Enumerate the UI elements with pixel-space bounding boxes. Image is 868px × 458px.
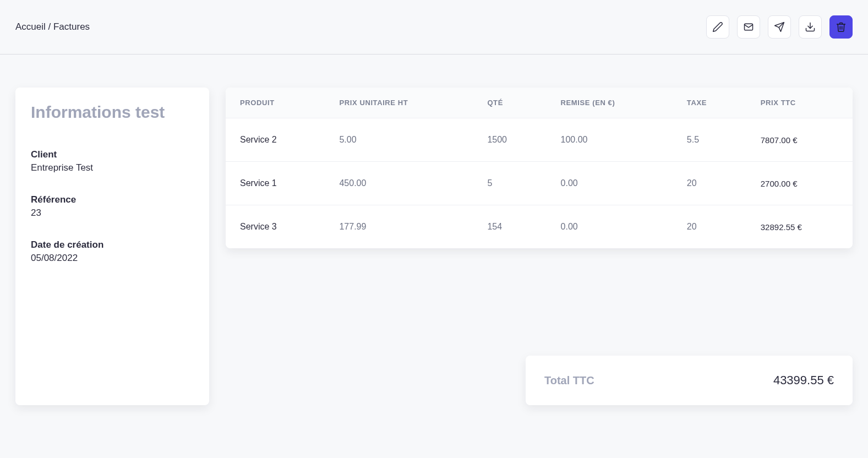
main-content: Informations test Client Entreprise Test… [0, 54, 868, 421]
cell-discount: 0.00 [547, 162, 673, 205]
cell-unit-price: 177.99 [325, 205, 473, 249]
total-label: Total TTC [544, 374, 594, 387]
cell-product: Service 1 [226, 162, 325, 205]
page-header: Accueil / Factures [0, 0, 868, 54]
cell-discount: 100.00 [547, 118, 673, 162]
cell-tax: 20 [673, 162, 746, 205]
breadcrumb-home-link[interactable]: Accueil [15, 21, 46, 32]
info-value-reference: 23 [31, 208, 194, 219]
delete-button[interactable] [829, 15, 853, 39]
cell-qty: 5 [473, 162, 546, 205]
main-area: PRODUIT PRIX UNITAIRE HT QTÉ REMISE (EN … [226, 88, 853, 405]
table-header-row: PRODUIT PRIX UNITAIRE HT QTÉ REMISE (EN … [226, 88, 853, 118]
trash-icon [836, 21, 847, 32]
cell-qty: 154 [473, 205, 546, 249]
email-button[interactable] [737, 15, 760, 39]
paper-plane-icon [774, 21, 785, 32]
download-button[interactable] [799, 15, 822, 39]
cell-discount: 0.00 [547, 205, 673, 249]
info-label-client: Client [31, 149, 194, 160]
breadcrumb: Accueil / Factures [15, 21, 90, 32]
cell-tax: 5.5 [673, 118, 746, 162]
cell-price-ttc: 32892.55 € [746, 205, 853, 249]
th-unit-price: PRIX UNITAIRE HT [325, 88, 473, 118]
breadcrumb-separator: / [46, 21, 53, 32]
edit-button[interactable] [706, 15, 729, 39]
line-items-table-card: PRODUIT PRIX UNITAIRE HT QTÉ REMISE (EN … [226, 88, 853, 248]
info-value-client: Entreprise Test [31, 162, 194, 173]
info-group-date: Date de création 05/08/2022 [31, 239, 194, 264]
cell-qty: 1500 [473, 118, 546, 162]
total-card: Total TTC 43399.55 € [526, 356, 853, 405]
cell-unit-price: 5.00 [325, 118, 473, 162]
line-items-table: PRODUIT PRIX UNITAIRE HT QTÉ REMISE (EN … [226, 88, 853, 248]
info-card-title: Informations test [31, 103, 194, 122]
mail-icon [743, 21, 754, 32]
cell-tax: 20 [673, 205, 746, 249]
info-value-date: 05/08/2022 [31, 253, 194, 264]
table-row: Service 2 5.00 1500 100.00 5.5 7807.00 € [226, 118, 853, 162]
info-group-reference: Référence 23 [31, 194, 194, 219]
th-product: PRODUIT [226, 88, 325, 118]
th-price-ttc: PRIX TTC [746, 88, 853, 118]
action-bar [706, 15, 853, 39]
info-label-reference: Référence [31, 194, 194, 205]
breadcrumb-current: Factures [53, 21, 90, 32]
total-value: 43399.55 € [773, 373, 834, 388]
info-card: Informations test Client Entreprise Test… [15, 88, 209, 405]
th-qty: QTÉ [473, 88, 546, 118]
cell-price-ttc: 2700.00 € [746, 162, 853, 205]
send-button[interactable] [768, 15, 791, 39]
cell-product: Service 3 [226, 205, 325, 249]
cell-unit-price: 450.00 [325, 162, 473, 205]
info-group-client: Client Entreprise Test [31, 149, 194, 173]
download-icon [805, 21, 816, 32]
info-label-date: Date de création [31, 239, 194, 250]
table-row: Service 1 450.00 5 0.00 20 2700.00 € [226, 162, 853, 205]
th-discount: REMISE (EN €) [547, 88, 673, 118]
table-row: Service 3 177.99 154 0.00 20 32892.55 € [226, 205, 853, 249]
cell-price-ttc: 7807.00 € [746, 118, 853, 162]
pencil-icon [712, 21, 723, 32]
th-tax: TAXE [673, 88, 746, 118]
cell-product: Service 2 [226, 118, 325, 162]
